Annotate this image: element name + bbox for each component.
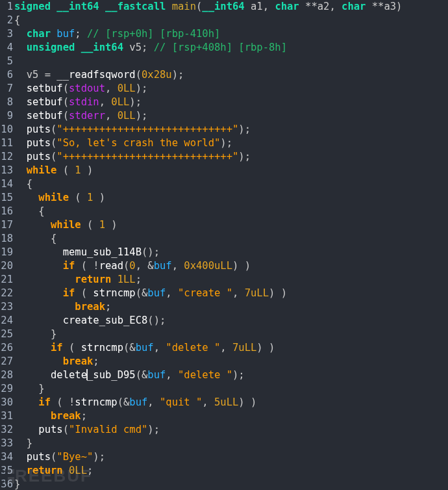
code-content[interactable]: return 1LL; [14, 273, 142, 287]
code-content[interactable]: if ( strncmp(&buf, "delete ", 7uLL) ) [14, 341, 275, 355]
code-content[interactable]: memu_sub_114B(); [14, 246, 160, 259]
token [14, 28, 27, 40]
code-content[interactable]: setbuf(stdin, 0LL); [14, 96, 142, 109]
code-line[interactable]: 6 v5 = __readfsqword(0x28u); [0, 68, 448, 82]
token: ); [238, 151, 251, 162]
code-line[interactable]: 29 } [0, 382, 448, 396]
line-number: 33 [0, 437, 14, 450]
code-line[interactable]: 8 setbuf(stdin, 0LL); [0, 96, 448, 109]
code-content[interactable]: puts("++++++++++++++++++++++++++++"); [14, 123, 251, 136]
token: puts [27, 123, 51, 135]
code-content[interactable]: break; [14, 300, 111, 314]
token [75, 42, 81, 53]
code-content[interactable]: } [14, 382, 45, 396]
code-line[interactable]: 36} [0, 478, 448, 490]
code-content[interactable]: while ( 1 ) [14, 164, 93, 177]
line-number: 27 [0, 355, 14, 368]
code-content[interactable]: char buf; // [rsp+0h] [rbp-410h] [14, 27, 220, 41]
token: buf [154, 260, 172, 272]
code-line[interactable]: 10 puts("++++++++++++++++++++++++++++"); [0, 123, 448, 136]
code-line[interactable]: 16 { [0, 205, 448, 218]
code-line[interactable]: 26 if ( strncmp(&buf, "delete ", 7uLL) ) [0, 341, 448, 355]
code-line[interactable]: 15 while ( 1 ) [0, 191, 448, 205]
code-content[interactable]: if ( strncmp(&buf, "create ", 7uLL) ) [14, 287, 287, 300]
code-content[interactable]: { [14, 232, 56, 246]
code-content[interactable]: } [14, 478, 20, 490]
token [14, 137, 27, 149]
code-line[interactable]: 7 setbuf(stdout, 0LL); [0, 82, 448, 96]
token: strncmp [75, 396, 117, 408]
code-line[interactable]: 22 if ( strncmp(&buf, "create ", 7uLL) ) [0, 287, 448, 300]
code-line[interactable]: 19 memu_sub_114B(); [0, 246, 448, 259]
code-content[interactable]: { [14, 205, 45, 218]
token: (); [147, 315, 166, 326]
line-number: 13 [0, 164, 14, 177]
code-line[interactable]: 33 } [0, 437, 448, 450]
code-content[interactable] [14, 55, 20, 68]
code-content[interactable]: delete_sub_D95(&buf, "delete "); [14, 368, 245, 382]
line-number: 32 [0, 423, 14, 437]
token: char [342, 1, 366, 12]
code-line[interactable]: 13 while ( 1 ) [0, 164, 448, 177]
code-content[interactable]: puts("Bye~"); [14, 450, 105, 464]
code-content[interactable]: if ( !strncmp(&buf, "quit ", 5uLL) ) [14, 396, 256, 409]
code-content[interactable]: break; [14, 409, 87, 423]
token: ( [123, 260, 129, 272]
code-line[interactable]: 31 break; [0, 409, 448, 423]
code-line[interactable]: 3 char buf; // [rsp+0h] [rbp-410h] [0, 27, 448, 41]
code-line[interactable]: 24 create_sub_EC8(); [0, 314, 448, 328]
code-editor[interactable]: 1signed __int64 __fastcall main(__int64 … [0, 0, 448, 490]
line-number: 14 [0, 177, 14, 191]
code-content[interactable]: unsigned __int64 v5; // [rsp+408h] [rbp-… [14, 41, 287, 55]
token: ; [105, 301, 111, 313]
code-content[interactable]: puts("++++++++++++++++++++++++++++"); [14, 150, 251, 164]
code-line[interactable]: 14 { [0, 177, 448, 191]
code-line[interactable]: 5 [0, 55, 448, 68]
code-content[interactable]: return 0LL; [14, 464, 93, 478]
token: while [27, 164, 57, 176]
code-content[interactable]: create_sub_EC8(); [14, 314, 166, 328]
code-content[interactable]: setbuf(stdout, 0LL); [14, 82, 147, 96]
code-line[interactable]: 30 if ( !strncmp(&buf, "quit ", 5uLL) ) [0, 396, 448, 409]
code-content[interactable]: while ( 1 ) [14, 218, 118, 232]
code-content[interactable]: } [14, 437, 32, 450]
line-number: 25 [0, 328, 14, 341]
code-line[interactable]: 35 return 0LL; [0, 464, 448, 478]
token: break [63, 355, 93, 367]
code-line[interactable]: 28 delete_sub_D95(&buf, "delete "); [0, 368, 448, 382]
code-content[interactable]: puts("Invalid cmd"); [14, 423, 160, 437]
token [14, 178, 27, 190]
code-content[interactable]: } [14, 328, 56, 341]
code-line[interactable]: 25 } [0, 328, 448, 341]
token: ; [93, 355, 99, 367]
code-content[interactable]: break; [14, 355, 99, 368]
token: a1 [251, 1, 263, 12]
code-line[interactable]: 27 break; [0, 355, 448, 368]
token: ( [136, 69, 142, 81]
code-line[interactable]: 9 setbuf(stderr, 0LL); [0, 109, 448, 123]
code-line[interactable]: 34 puts("Bye~"); [0, 450, 448, 464]
code-line[interactable]: 21 return 1LL; [0, 273, 448, 287]
code-line[interactable]: 11 puts("So, let's crash the world"); [0, 136, 448, 150]
code-content[interactable]: { [14, 14, 20, 27]
code-line[interactable]: 1signed __int64 __fastcall main(__int64 … [0, 0, 448, 14]
code-content[interactable]: while ( 1 ) [14, 191, 105, 205]
code-line[interactable]: 2{ [0, 14, 448, 27]
code-line[interactable]: 4 unsigned __int64 v5; // [rsp+408h] [rb… [0, 41, 448, 55]
code-line[interactable]: 32 puts("Invalid cmd"); [0, 423, 448, 437]
code-content[interactable]: signed __int64 __fastcall main(__int64 a… [14, 0, 402, 14]
code-line[interactable]: 18 { [0, 232, 448, 246]
token: char [275, 1, 299, 12]
code-content[interactable]: setbuf(stderr, 0LL); [14, 109, 147, 123]
code-content[interactable]: if ( !read(0, &buf, 0x400uLL) ) [14, 259, 251, 273]
code-line[interactable]: 23 break; [0, 300, 448, 314]
code-line[interactable]: 12 puts("++++++++++++++++++++++++++++"); [0, 150, 448, 164]
code-content[interactable]: puts("So, let's crash the world"); [14, 136, 232, 150]
code-content[interactable]: v5 = __readfsqword(0x28u); [14, 68, 184, 82]
token: , [263, 1, 275, 12]
token: "Invalid cmd" [69, 424, 147, 435]
code-line[interactable]: 20 if ( !read(0, &buf, 0x400uLL) ) [0, 259, 448, 273]
code-line[interactable]: 17 while ( 1 ) [0, 218, 448, 232]
code-content[interactable]: { [14, 177, 32, 191]
token [14, 69, 27, 81]
